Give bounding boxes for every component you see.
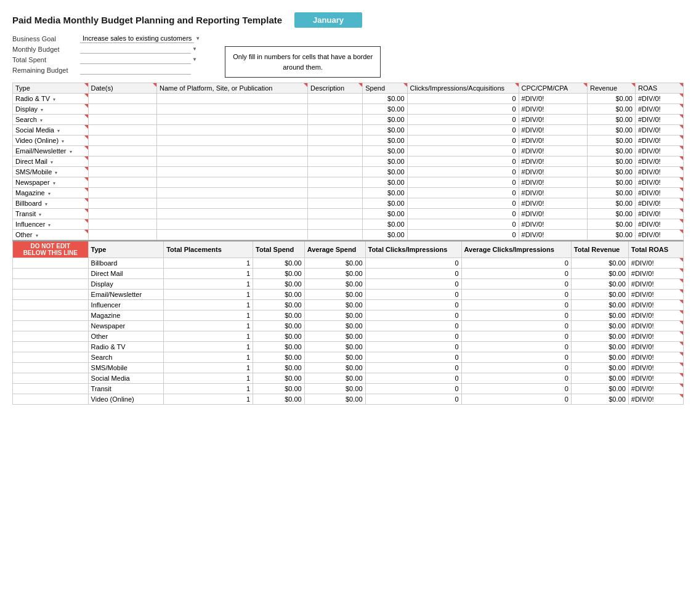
type-cell[interactable]: Display ▾: [13, 104, 89, 115]
dates-cell[interactable]: [88, 146, 156, 156]
type-cell[interactable]: Email/Newsletter ▾: [13, 146, 89, 156]
type-cell[interactable]: Search ▾: [13, 115, 89, 125]
cpc-cell: #DIV/0!: [519, 209, 587, 219]
dates-cell[interactable]: [88, 104, 156, 115]
dates-cell[interactable]: [88, 230, 156, 240]
description-cell[interactable]: [308, 230, 363, 240]
type-dropdown[interactable]: ▾: [53, 180, 55, 186]
type-dropdown[interactable]: ▾: [45, 201, 47, 207]
spent-dropdown-icon[interactable]: ▼: [192, 57, 197, 62]
type-dropdown[interactable]: ▾: [40, 118, 42, 123]
clicks-cell[interactable]: 0: [407, 209, 519, 219]
platform-cell[interactable]: [156, 115, 307, 125]
dates-cell[interactable]: [88, 115, 156, 125]
platform-cell[interactable]: [156, 230, 307, 240]
type-cell[interactable]: Radio & TV ▾: [13, 94, 89, 104]
clicks-cell[interactable]: 0: [407, 156, 519, 167]
sum-empty: [13, 290, 89, 300]
platform-cell[interactable]: [156, 104, 307, 115]
dates-cell[interactable]: [88, 136, 156, 146]
platform-cell[interactable]: [156, 167, 307, 177]
business-goal-value[interactable]: Increase sales to existing customers: [80, 34, 194, 43]
clicks-cell[interactable]: 0: [407, 94, 519, 104]
dates-cell[interactable]: [88, 209, 156, 219]
type-dropdown[interactable]: ▾: [41, 107, 43, 113]
description-cell[interactable]: [308, 125, 363, 136]
dates-cell[interactable]: [88, 94, 156, 104]
platform-cell[interactable]: [156, 125, 307, 136]
description-cell[interactable]: [308, 146, 363, 156]
table-row: Magazine ▾ $0.00 0 #DIV/0! $0.00 #DIV/0!: [13, 188, 684, 198]
do-not-edit-line2: BELOW THIS LINE: [23, 249, 78, 256]
description-cell[interactable]: [308, 167, 363, 177]
dates-cell[interactable]: [88, 156, 156, 167]
summary-table: DO NOT EDIT BELOW THIS LINE Type Total P…: [12, 240, 684, 405]
dates-cell[interactable]: [88, 188, 156, 198]
clicks-cell[interactable]: 0: [407, 146, 519, 156]
sum-avg-clicks: 0: [461, 373, 571, 384]
platform-cell[interactable]: [156, 198, 307, 209]
budget-dropdown-icon[interactable]: ▼: [192, 46, 197, 52]
clicks-cell[interactable]: 0: [407, 125, 519, 136]
type-cell[interactable]: Influencer ▾: [13, 219, 89, 230]
clicks-cell[interactable]: 0: [407, 177, 519, 188]
type-dropdown[interactable]: ▾: [55, 170, 57, 176]
platform-cell[interactable]: [156, 177, 307, 188]
description-cell[interactable]: [308, 94, 363, 104]
type-dropdown[interactable]: ▾: [57, 128, 60, 134]
platform-cell[interactable]: [156, 219, 307, 230]
type-cell[interactable]: Newspaper ▾: [13, 177, 89, 188]
sum-total-clicks: 0: [365, 352, 461, 363]
clicks-cell[interactable]: 0: [407, 230, 519, 240]
description-cell[interactable]: [308, 188, 363, 198]
type-dropdown[interactable]: ▾: [48, 191, 51, 197]
dates-cell[interactable]: [88, 198, 156, 209]
type-cell[interactable]: Other ▾: [13, 230, 89, 240]
type-cell[interactable]: Social Media ▾: [13, 125, 89, 136]
revenue-cell: $0.00: [587, 230, 635, 240]
platform-cell[interactable]: [156, 188, 307, 198]
type-cell[interactable]: Direct Mail ▾: [13, 156, 89, 167]
description-cell[interactable]: [308, 136, 363, 146]
type-dropdown[interactable]: ▾: [51, 160, 53, 165]
platform-cell[interactable]: [156, 209, 307, 219]
type-dropdown[interactable]: ▾: [70, 149, 72, 155]
summary-row: Video (Online) 1 $0.00 $0.00 0 0 $0.00 #…: [13, 394, 684, 405]
type-dropdown[interactable]: ▾: [39, 212, 41, 217]
platform-cell[interactable]: [156, 94, 307, 104]
dates-cell[interactable]: [88, 125, 156, 136]
clicks-cell[interactable]: 0: [407, 136, 519, 146]
description-cell[interactable]: [308, 177, 363, 188]
clicks-cell[interactable]: 0: [407, 167, 519, 177]
type-cell[interactable]: SMS/Mobile ▾: [13, 167, 89, 177]
type-cell[interactable]: Video (Online) ▾: [13, 136, 89, 146]
dates-cell[interactable]: [88, 167, 156, 177]
dates-cell[interactable]: [88, 219, 156, 230]
description-cell[interactable]: [308, 156, 363, 167]
description-cell[interactable]: [308, 209, 363, 219]
type-cell[interactable]: Billboard ▾: [13, 198, 89, 209]
spend-cell: $0.00: [363, 230, 407, 240]
clicks-cell[interactable]: 0: [407, 104, 519, 115]
type-dropdown[interactable]: ▾: [62, 139, 64, 144]
clicks-cell[interactable]: 0: [407, 188, 519, 198]
description-cell[interactable]: [308, 219, 363, 230]
platform-cell[interactable]: [156, 156, 307, 167]
type-cell[interactable]: Transit ▾: [13, 209, 89, 219]
monthly-budget-value[interactable]: [80, 44, 191, 54]
description-cell[interactable]: [308, 115, 363, 125]
clicks-cell[interactable]: 0: [407, 115, 519, 125]
dropdown-icon[interactable]: ▼: [195, 36, 200, 41]
type-dropdown[interactable]: ▾: [53, 97, 55, 102]
description-cell[interactable]: [308, 198, 363, 209]
type-dropdown[interactable]: ▾: [48, 222, 51, 228]
clicks-cell[interactable]: 0: [407, 198, 519, 209]
type-cell[interactable]: Magazine ▾: [13, 188, 89, 198]
type-dropdown[interactable]: ▾: [36, 233, 38, 238]
platform-cell[interactable]: [156, 146, 307, 156]
dates-cell[interactable]: [88, 177, 156, 188]
platform-cell[interactable]: [156, 136, 307, 146]
spend-cell: $0.00: [363, 167, 407, 177]
description-cell[interactable]: [308, 104, 363, 115]
clicks-cell[interactable]: 0: [407, 219, 519, 230]
